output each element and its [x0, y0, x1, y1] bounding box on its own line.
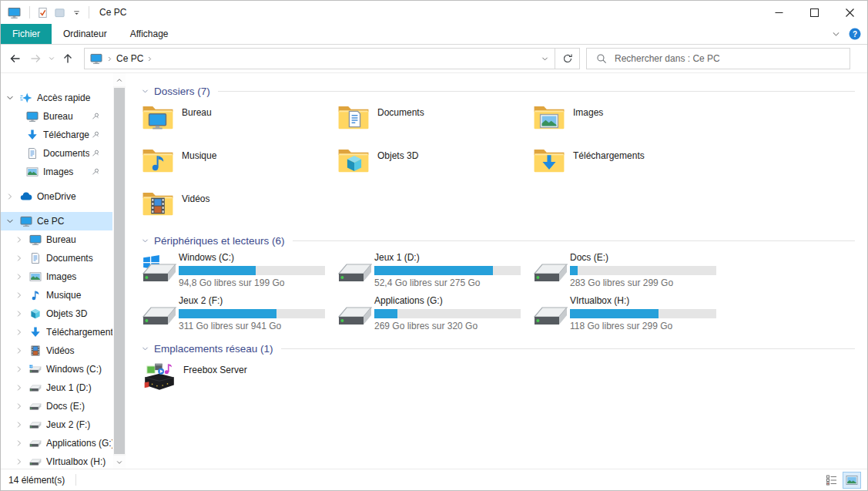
search-input[interactable] [613, 52, 850, 65]
expand-ribbon-chevron-icon[interactable] [831, 29, 841, 39]
folder-tile-documents[interactable]: Documents [337, 101, 527, 141]
drive-usage-fill [374, 309, 397, 318]
chevron-right-icon[interactable] [15, 309, 24, 318]
section-header-dossiers[interactable]: Dossiers (7) [141, 84, 855, 98]
sidebar-item-images-quick[interactable]: Images [1, 163, 112, 181]
sidebar-item-ce-pc[interactable]: Ce PC [1, 212, 112, 230]
drive-free-space: 94,8 Go libres sur 199 Go [179, 277, 325, 288]
chevron-right-icon[interactable] [15, 365, 24, 374]
drive-free-space: 269 Go libres sur 320 Go [374, 321, 521, 331]
sidebar-item-videos[interactable]: Vidéos [1, 341, 112, 360]
sidebar-item-telechargements[interactable]: Téléchargements [1, 323, 112, 341]
close-button[interactable] [832, 1, 867, 24]
details-view-button[interactable] [823, 472, 841, 489]
chevron-right-icon[interactable] [5, 192, 15, 201]
sidebar-item-applications-g[interactable]: Applications (G:) [1, 434, 112, 452]
sidebar-item-telechargements-quick[interactable]: Téléchargements [1, 126, 112, 144]
drive-tile-jeux2-f[interactable]: Jeux 2 (F:) 311 Go libres sur 941 Go [142, 295, 331, 335]
qat-new-folder-button[interactable] [51, 3, 68, 22]
breadcrumb-chevron-icon[interactable] [146, 55, 153, 62]
sidebar-item-virtualbox-h[interactable]: VIrtualbox (H:) [1, 452, 112, 469]
drive-tile-windows-c[interactable]: Windows (C:) 94,8 Go libres sur 199 Go [142, 252, 331, 292]
chevron-right-icon[interactable] [15, 235, 24, 244]
tab-ordinateur[interactable]: Ordinateur [52, 24, 119, 44]
breadcrumb-ce-pc[interactable]: Ce PC [113, 53, 146, 64]
windows-drive-icon [142, 252, 179, 289]
sidebar-item-docs-e[interactable]: Docs (E:) [1, 397, 112, 415]
drive-usage-bar [374, 309, 521, 318]
tab-affichage[interactable]: Affichage [119, 24, 180, 44]
folder-tile-objets-3d[interactable]: Objets 3D [337, 144, 527, 184]
refresh-button[interactable] [555, 48, 580, 69]
address-bar[interactable]: Ce PC [84, 48, 555, 69]
recent-locations-dropdown[interactable] [45, 49, 58, 69]
section-rule [218, 91, 855, 92]
large-icons-view-icon [846, 474, 858, 486]
sidebar-item-bureau-quick[interactable]: Bureau [1, 107, 112, 126]
sidebar-item-jeux1-d[interactable]: Jeux 1 (D:) [1, 378, 112, 397]
drive-tile-virtualbox-h[interactable]: VIrtualbox (H:) 118 Go libres sur 299 Go [533, 295, 722, 335]
back-button[interactable] [5, 49, 25, 69]
folder-music-icon [142, 144, 176, 183]
folder-downloads-icon [533, 144, 567, 183]
drive-tile-docs-e[interactable]: Docs (E:) 283 Go libres sur 299 Go [533, 252, 722, 292]
folder-tile-telechargements[interactable]: Téléchargements [533, 144, 722, 184]
drive-usage-bar [374, 266, 521, 275]
chevron-right-icon[interactable] [15, 439, 24, 448]
chevron-down-icon[interactable] [5, 217, 15, 226]
sidebar-item-objets-3d[interactable]: Objets 3D [1, 304, 112, 323]
drive-free-space: 52,4 Go libres sur 275 Go [374, 277, 521, 288]
sidebar-item-windows-c[interactable]: Windows (C:) [1, 360, 112, 378]
media-server-icon [142, 358, 177, 394]
drive-usage-bar [179, 266, 325, 275]
chevron-right-icon[interactable] [15, 272, 24, 281]
breadcrumb-chevron-icon[interactable] [106, 55, 113, 62]
folder-desktop-icon [142, 101, 176, 140]
collapse-section-chevron-icon[interactable] [141, 87, 149, 96]
sidebar-item-images[interactable]: Images [1, 267, 112, 286]
scrollbar-down-arrow[interactable] [113, 456, 126, 469]
drive-tile-jeux1-d[interactable]: Jeux 1 (D:) 52,4 Go libres sur 275 Go [337, 252, 527, 292]
section-header-peripheriques[interactable]: Périphériques et lecteurs (6) [141, 234, 855, 247]
sidebar-item-acces-rapide[interactable]: Accès rapide [1, 89, 112, 107]
sidebar-item-documents-quick[interactable]: Documents [1, 144, 112, 163]
qat-properties-button[interactable] [34, 3, 51, 22]
chevron-right-icon[interactable] [15, 420, 24, 429]
sidebar-item-bureau[interactable]: Bureau [1, 230, 112, 249]
chevron-down-icon[interactable] [5, 93, 15, 103]
folder-tile-videos[interactable]: Vidéos [142, 187, 331, 227]
folder-tile-images[interactable]: Images [533, 101, 722, 141]
up-button[interactable] [58, 49, 78, 69]
sidebar-item-musique[interactable]: Musique [1, 286, 112, 304]
chevron-right-icon[interactable] [15, 328, 24, 337]
sidebar-item-documents[interactable]: Documents [1, 249, 112, 267]
address-dropdown-button[interactable] [535, 49, 555, 69]
collapse-section-chevron-icon[interactable] [141, 237, 149, 245]
chevron-right-icon[interactable] [15, 291, 24, 300]
sidebar-scrollbar[interactable] [113, 73, 126, 469]
folder-tile-bureau[interactable]: Bureau [142, 101, 331, 141]
forward-button[interactable] [25, 49, 45, 69]
chevron-right-icon[interactable] [15, 402, 24, 411]
network-tile-freebox-server[interactable]: Freebox Server [142, 358, 331, 399]
drive-free-space: 283 Go libres sur 299 Go [570, 277, 716, 288]
scrollbar-thumb[interactable] [114, 88, 125, 454]
minimize-button[interactable] [761, 1, 796, 24]
qat-customize-dropdown[interactable] [68, 3, 85, 22]
chevron-right-icon[interactable] [15, 254, 24, 263]
large-icons-view-button[interactable] [843, 472, 861, 489]
folder-videos-icon [142, 187, 176, 226]
help-icon[interactable]: ? [849, 28, 861, 40]
folder-tile-musique[interactable]: Musique [142, 144, 331, 184]
chevron-right-icon[interactable] [15, 346, 24, 355]
maximize-button[interactable] [796, 1, 832, 24]
scrollbar-up-arrow[interactable] [113, 73, 126, 86]
drive-tile-applications-g[interactable]: Applications (G:) 269 Go libres sur 320 … [337, 295, 527, 335]
chevron-right-icon[interactable] [15, 383, 24, 392]
section-header-reseau[interactable]: Emplacements réseau (1) [141, 341, 855, 355]
sidebar-item-jeux2-f[interactable]: Jeux 2 (F:) [1, 415, 112, 434]
chevron-right-icon[interactable] [15, 457, 24, 466]
collapse-section-chevron-icon[interactable] [141, 345, 149, 353]
sidebar-item-onedrive[interactable]: OneDrive [1, 187, 112, 206]
tab-fichier[interactable]: Fichier [1, 24, 52, 44]
